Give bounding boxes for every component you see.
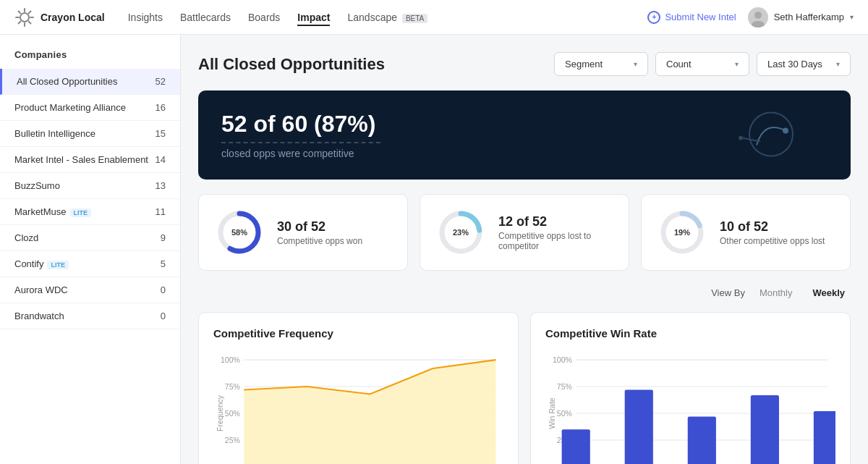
landscape-beta-badge: BETA xyxy=(402,14,427,23)
submit-intel-button[interactable]: + Submit New Intel xyxy=(647,11,736,24)
nav-boards[interactable]: Boards xyxy=(248,9,280,26)
sidebar-item-6[interactable]: Clozd9 xyxy=(0,225,180,251)
donut-label-2: 19% xyxy=(674,228,690,237)
metric-info-0: 30 of 52 Competitive opps won xyxy=(277,219,362,246)
sidebar-item-label-3: Market Intel - Sales Enablement xyxy=(14,154,148,165)
svg-line-6 xyxy=(29,21,31,23)
sidebar-item-4[interactable]: BuzzSumo13 xyxy=(0,173,180,199)
nav-battlecards[interactable]: Battlecards xyxy=(180,9,231,26)
charts-row: Competitive Frequency Frequency 100%75%5… xyxy=(198,312,851,464)
svg-point-14 xyxy=(739,135,743,140)
svg-line-8 xyxy=(19,21,21,23)
svg-text:75%: 75% xyxy=(557,382,572,391)
brand-name: Crayon Local xyxy=(41,12,105,23)
sidebar-item-8[interactable]: Aurora WDC0 xyxy=(0,277,180,303)
svg-rect-53 xyxy=(562,429,590,464)
sidebar-item-count-0: 52 xyxy=(156,76,166,87)
sidebar-item-label-4: BuzzSumo xyxy=(14,180,60,191)
svg-text:50%: 50% xyxy=(557,409,572,418)
hero-card: 52 of 60 (87%) closed opps were competit… xyxy=(198,90,851,180)
topnav: Crayon Local Insights Battlecards Boards… xyxy=(0,0,868,35)
metric-card-2: 19% 10 of 52 Other competitive opps lost xyxy=(641,194,851,271)
hero-number: 52 of 60 (87%) xyxy=(221,111,380,138)
chart-title-1: Competitive Win Rate xyxy=(545,327,835,339)
sidebar-item-5[interactable]: MarketMuseLITE11 xyxy=(0,199,180,225)
metric-info-2: 10 of 52 Other competitive opps lost xyxy=(720,219,825,246)
hero-subtitle: closed opps were competitive xyxy=(221,148,380,159)
sidebar-item-label-2: Bulletin Intelligence xyxy=(14,128,95,139)
nav-impact[interactable]: Impact xyxy=(297,9,330,26)
logo[interactable]: Crayon Local xyxy=(14,7,105,28)
sidebar-item-count-5: 11 xyxy=(156,206,166,217)
main-header: All Closed Opportunities Segment ▾ Count… xyxy=(198,52,851,76)
svg-line-7 xyxy=(29,11,31,13)
chart-area-0: Frequency 100%75%50%25%0% Aug 2Aug 9Aug … xyxy=(213,351,503,464)
submit-intel-label: Submit New Intel xyxy=(665,12,736,22)
sidebar-item-label-6: Clozd xyxy=(14,232,38,243)
metric-fraction-0: 30 of 52 xyxy=(277,219,362,235)
logo-icon xyxy=(14,7,35,28)
svg-text:25%: 25% xyxy=(225,436,240,444)
view-by-label: View By xyxy=(711,287,745,298)
sidebar-item-0[interactable]: All Closed Opportunities52 xyxy=(0,69,180,95)
segment-dropdown[interactable]: Segment ▾ xyxy=(554,52,648,76)
user-avatar xyxy=(748,7,768,28)
sidebar-item-7[interactable]: ContifyLITE5 xyxy=(0,251,180,277)
chart-title-0: Competitive Frequency xyxy=(213,327,503,339)
topnav-right: + Submit New Intel Seth Hafferkamp ▾ xyxy=(647,7,854,28)
svg-point-10 xyxy=(752,21,765,28)
chart-card-0: Competitive Frequency Frequency 100%75%5… xyxy=(198,312,519,464)
main-controls: Segment ▾ Count ▾ Last 30 Days ▾ xyxy=(554,52,851,76)
svg-text:50%: 50% xyxy=(225,409,240,418)
donut-label-0: 58% xyxy=(231,228,247,237)
svg-point-0 xyxy=(20,13,29,22)
chart-area-1: Win Rate 100%75%50%25%0% Aug 2Aug 9Aug 1… xyxy=(545,351,835,464)
sidebar-item-count-4: 13 xyxy=(156,180,166,191)
badge-7: LITE xyxy=(47,261,69,269)
donut-0: 58% xyxy=(216,209,263,256)
nav-landscape[interactable]: Landscape BETA xyxy=(347,9,427,26)
time-dropdown[interactable]: Last 30 Days ▾ xyxy=(757,52,851,76)
user-menu[interactable]: Seth Hafferkamp ▾ xyxy=(748,7,854,28)
svg-rect-56 xyxy=(751,395,779,464)
metric-desc-0: Competitive opps won xyxy=(277,236,362,246)
svg-rect-57 xyxy=(814,411,835,464)
sidebar-item-count-3: 14 xyxy=(156,154,166,165)
sidebar-item-1[interactable]: Product Marketing Alliance16 xyxy=(0,95,180,121)
hero-stat: 52 of 60 (87%) closed opps were competit… xyxy=(221,111,380,159)
svg-rect-54 xyxy=(625,390,653,464)
sidebar-item-label-8: Aurora WDC xyxy=(14,284,68,295)
badge-5: LITE xyxy=(70,208,92,217)
chart-card-1: Competitive Win Rate Win Rate 100%75%50%… xyxy=(530,312,851,464)
count-dropdown-arrow-icon: ▾ xyxy=(735,60,739,68)
main-content: All Closed Opportunities Segment ▾ Count… xyxy=(181,35,868,464)
sidebar-item-label-0: All Closed Opportunities xyxy=(17,76,117,87)
sidebar-item-2[interactable]: Bulletin Intelligence15 xyxy=(0,121,180,147)
count-dropdown[interactable]: Count ▾ xyxy=(655,52,749,76)
donut-1: 23% xyxy=(438,209,484,256)
main-nav: Insights Battlecards Boards Impact Lands… xyxy=(128,9,631,26)
nav-insights[interactable]: Insights xyxy=(128,9,163,26)
metric-info-1: 12 of 52 Competitive opps lost to compet… xyxy=(498,214,611,251)
donut-2: 19% xyxy=(659,209,705,256)
page-title: All Closed Opportunities xyxy=(198,55,385,74)
sidebar-item-label-1: Product Marketing Alliance xyxy=(14,102,126,113)
svg-point-9 xyxy=(754,12,762,19)
sidebar-item-count-6: 9 xyxy=(161,232,166,243)
metric-fraction-2: 10 of 52 xyxy=(720,219,825,235)
view-by-monthly[interactable]: Monthly xyxy=(754,285,799,300)
sidebar-item-9[interactable]: Brandwatch0 xyxy=(0,303,180,329)
sidebar-item-count-1: 16 xyxy=(156,102,166,113)
view-by-weekly[interactable]: Weekly xyxy=(807,285,851,300)
svg-text:100%: 100% xyxy=(221,355,240,364)
sidebar-item-3[interactable]: Market Intel - Sales Enablement14 xyxy=(0,147,180,173)
metric-card-0: 58% 30 of 52 Competitive opps won xyxy=(198,194,408,271)
metric-desc-1: Competitive opps lost to competitor xyxy=(498,231,611,251)
svg-point-11 xyxy=(749,112,793,156)
svg-text:Frequency: Frequency xyxy=(216,395,224,431)
user-chevron-icon: ▾ xyxy=(850,13,854,21)
svg-text:Win Rate: Win Rate xyxy=(548,397,556,429)
sidebar-item-label-9: Brandwatch xyxy=(14,311,64,321)
donut-label-1: 23% xyxy=(453,228,469,237)
svg-line-5 xyxy=(19,11,21,13)
